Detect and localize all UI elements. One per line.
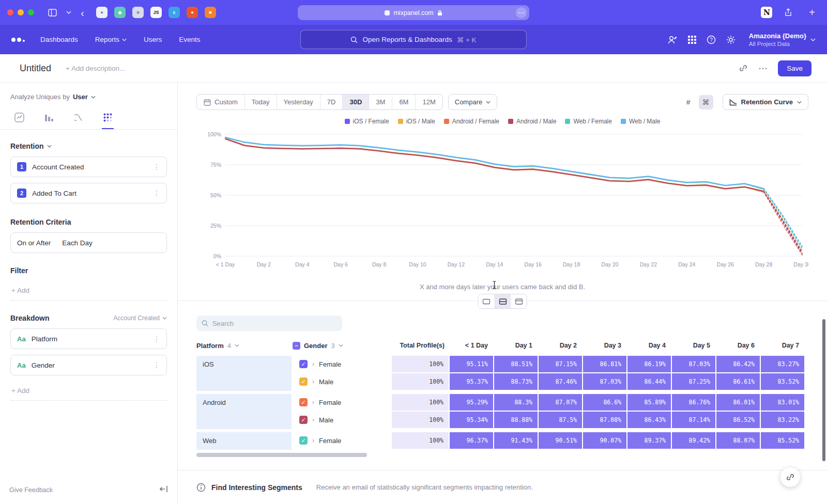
- retention-value-cell[interactable]: 86.6%: [583, 394, 626, 411]
- nav-dashboards[interactable]: Dashboards: [40, 36, 78, 43]
- retention-value-cell[interactable]: 87.25%: [672, 373, 715, 390]
- series-checkbox[interactable]: ✓: [299, 377, 308, 386]
- extension-icon[interactable]: ■: [205, 7, 216, 18]
- table-search-input[interactable]: [212, 320, 337, 327]
- retention-value-cell[interactable]: 87.46%: [539, 373, 582, 390]
- view-split-icon[interactable]: [495, 294, 511, 308]
- retention-value-cell[interactable]: 83.22%: [761, 412, 804, 428]
- column-header-day[interactable]: Day 1: [494, 342, 539, 349]
- gender-cell[interactable]: ✓›Male: [293, 373, 391, 390]
- collapse-sidebar-icon[interactable]: [160, 485, 168, 495]
- range-3m[interactable]: 3M: [369, 94, 392, 109]
- chart-type-dropdown[interactable]: Retention Curve: [723, 94, 808, 110]
- series-checkbox[interactable]: ✓: [299, 360, 308, 368]
- apps-grid-icon[interactable]: [688, 36, 696, 44]
- criteria-mode[interactable]: On or After: [17, 239, 51, 247]
- kebab-menu-icon[interactable]: ⋮: [153, 163, 160, 171]
- retention-value-cell[interactable]: 87.03%: [672, 356, 715, 372]
- extension-icon[interactable]: JS: [150, 7, 162, 18]
- retention-value-cell[interactable]: 87.5%: [539, 412, 582, 428]
- retention-value-cell[interactable]: 95.11%: [450, 356, 493, 372]
- criteria-interval[interactable]: Each Day: [62, 239, 93, 247]
- retention-value-cell[interactable]: 90.51%: [539, 432, 582, 449]
- extension-icon[interactable]: ●: [96, 7, 108, 18]
- series-checkbox[interactable]: ✓: [299, 398, 308, 406]
- gender-cell[interactable]: ✓›Female: [293, 394, 391, 411]
- legend-item[interactable]: iOS / Male: [398, 118, 435, 125]
- range-yesterday[interactable]: Yesterday: [277, 94, 320, 109]
- site-options-icon[interactable]: ⋯: [516, 7, 527, 18]
- series-checkbox[interactable]: ✓: [299, 436, 308, 445]
- retention-value-cell[interactable]: 90.07%: [583, 432, 626, 449]
- total-profiles-cell[interactable]: 100%: [392, 432, 449, 449]
- retention-value-cell[interactable]: 87.03%: [583, 373, 626, 390]
- retention-value-cell[interactable]: 88.3%: [494, 394, 538, 411]
- expand-chevron-icon[interactable]: ›: [312, 416, 314, 423]
- compare-button[interactable]: Compare: [448, 94, 497, 110]
- help-icon[interactable]: ?: [707, 35, 716, 44]
- give-feedback-link[interactable]: Give Feedback: [9, 486, 53, 494]
- legend-item[interactable]: Android / Male: [508, 118, 556, 125]
- column-header-day[interactable]: Day 5: [672, 342, 716, 349]
- add-filter-button[interactable]: + Add: [10, 281, 167, 301]
- platform-cell[interactable]: Android: [196, 394, 292, 429]
- retention-value-cell[interactable]: 88.51%: [494, 356, 538, 372]
- retention-step-b[interactable]: 2 Added To Cart ⋮: [10, 183, 167, 203]
- legend-item[interactable]: iOS / Female: [345, 118, 389, 125]
- tab-retention[interactable]: [102, 108, 114, 129]
- retention-value-cell[interactable]: 87.14%: [672, 412, 715, 428]
- retention-value-cell[interactable]: 83.52%: [761, 373, 804, 390]
- column-header-day[interactable]: Day 3: [583, 342, 627, 349]
- breakdown-platform[interactable]: Aa Platform ⋮: [10, 328, 167, 349]
- column-header-day[interactable]: Day 7: [761, 342, 805, 349]
- total-profiles-cell[interactable]: 100%: [392, 394, 449, 411]
- zoom-window-icon[interactable]: [28, 9, 34, 15]
- retention-value-cell[interactable]: 95.37%: [450, 373, 493, 390]
- command-icon-button[interactable]: ⌘: [699, 95, 713, 109]
- column-header-gender[interactable]: – Gender 3: [293, 342, 392, 350]
- column-header-day[interactable]: Day 4: [627, 342, 672, 349]
- settings-gear-icon[interactable]: [726, 35, 736, 44]
- legend-item[interactable]: Android / Female: [444, 118, 499, 125]
- retention-value-cell[interactable]: 85.89%: [627, 394, 671, 411]
- retention-value-cell[interactable]: 83.27%: [761, 356, 804, 372]
- kebab-menu-icon[interactable]: ⋮: [153, 189, 160, 197]
- table-search[interactable]: [196, 316, 342, 331]
- extension-icon[interactable]: ◆: [114, 7, 126, 18]
- minimize-window-icon[interactable]: [18, 9, 24, 15]
- retention-value-cell[interactable]: 86.52%: [716, 412, 760, 428]
- save-button[interactable]: Save: [778, 60, 811, 76]
- column-header-day[interactable]: < 1 Day: [450, 342, 494, 349]
- retention-value-cell[interactable]: 88.73%: [494, 373, 538, 390]
- breakdown-context[interactable]: Account Created: [114, 314, 167, 322]
- retention-criteria[interactable]: On or After Each Day: [10, 232, 167, 253]
- extension-icon[interactable]: c: [169, 7, 180, 18]
- expand-chevron-icon[interactable]: ›: [312, 378, 314, 385]
- address-bar[interactable]: mixpanel.com ⋯: [298, 5, 529, 20]
- range-7d[interactable]: 7D: [320, 94, 343, 109]
- kebab-menu-icon[interactable]: ⋮: [153, 335, 160, 343]
- platform-cell[interactable]: Web: [196, 432, 292, 450]
- retention-value-cell[interactable]: 86.76%: [672, 394, 715, 411]
- gender-cell[interactable]: ✓›Female: [293, 356, 391, 372]
- tab-flows[interactable]: [72, 108, 84, 129]
- tab-funnels[interactable]: [43, 108, 55, 129]
- column-header-total[interactable]: Total Profile(s): [392, 342, 450, 349]
- extension-icon[interactable]: ■: [132, 7, 144, 18]
- retention-value-cell[interactable]: 83.01%: [761, 394, 804, 411]
- share-icon[interactable]: [784, 8, 792, 17]
- retention-value-cell[interactable]: 89.42%: [672, 432, 715, 449]
- breakdown-gender[interactable]: Aa Gender ⋮: [10, 355, 167, 375]
- back-icon[interactable]: ‹: [81, 7, 84, 18]
- more-options-icon[interactable]: ⋯: [758, 63, 768, 74]
- legend-item[interactable]: Web / Male: [621, 118, 660, 125]
- add-description[interactable]: + Add description...: [66, 65, 125, 72]
- column-header-platform[interactable]: Platform 4: [196, 342, 293, 350]
- retention-value-cell[interactable]: 86.01%: [716, 394, 760, 411]
- legend-item[interactable]: Web / Female: [565, 118, 611, 125]
- retention-value-cell[interactable]: 87.15%: [539, 356, 582, 372]
- view-compact-icon[interactable]: [479, 294, 495, 308]
- invite-users-icon[interactable]: [667, 35, 678, 44]
- range-custom[interactable]: Custom: [197, 94, 244, 109]
- total-profiles-cell[interactable]: 100%: [392, 356, 449, 372]
